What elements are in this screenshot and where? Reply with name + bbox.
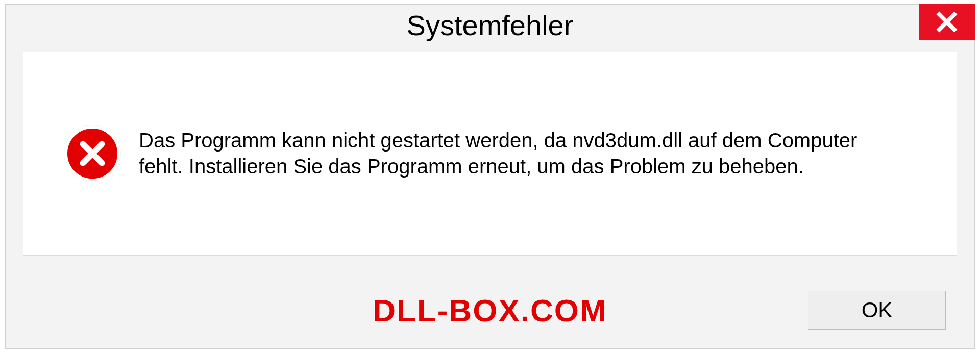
dialog-footer: DLL-BOX.COM OK [6, 272, 974, 348]
error-icon [64, 125, 120, 182]
error-message: Das Programm kann nicht gestartet werden… [139, 128, 904, 180]
dialog-title: Systemfehler [407, 9, 574, 42]
ok-button-label: OK [862, 298, 893, 322]
titlebar: Systemfehler [6, 5, 974, 45]
close-icon [936, 11, 958, 33]
close-button[interactable] [919, 4, 975, 40]
ok-button[interactable]: OK [808, 291, 946, 330]
watermark-text: DLL-BOX.COM [373, 292, 607, 329]
error-dialog: Systemfehler Das Programm kann nicht ges… [5, 4, 975, 349]
dialog-content: Das Programm kann nicht gestartet werden… [23, 52, 957, 256]
